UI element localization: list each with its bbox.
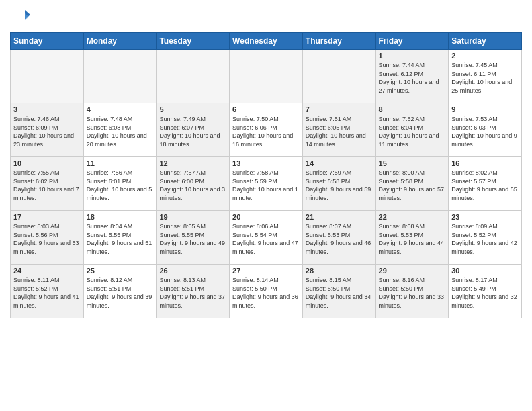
day-number: 3 — [13, 105, 81, 113]
calendar-cell: 24Sunrise: 8:11 AM Sunset: 5:52 PM Dayli… — [11, 265, 84, 318]
calendar-table: SundayMondayTuesdayWednesdayThursdayFrid… — [10, 32, 522, 318]
day-info: Sunrise: 8:15 AM Sunset: 5:50 PM Dayligh… — [306, 276, 373, 310]
calendar-cell: 29Sunrise: 8:16 AM Sunset: 5:50 PM Dayli… — [375, 265, 449, 318]
day-number: 29 — [379, 267, 446, 275]
day-info: Sunrise: 7:51 AM Sunset: 6:05 PM Dayligh… — [306, 115, 373, 148]
calendar-cell: 2Sunrise: 7:45 AM Sunset: 6:11 PM Daylig… — [449, 50, 522, 103]
weekday-sunday: Sunday — [11, 33, 84, 50]
day-info: Sunrise: 7:49 AM Sunset: 6:07 PM Dayligh… — [159, 115, 226, 148]
day-number: 20 — [232, 213, 300, 221]
day-info: Sunrise: 7:50 AM Sunset: 6:06 PM Dayligh… — [232, 115, 300, 148]
weekday-wednesday: Wednesday — [230, 33, 303, 50]
day-info: Sunrise: 7:52 AM Sunset: 6:04 PM Dayligh… — [379, 115, 446, 148]
day-info: Sunrise: 7:48 AM Sunset: 6:08 PM Dayligh… — [87, 115, 154, 148]
day-number: 17 — [13, 213, 81, 221]
day-number: 4 — [87, 105, 154, 113]
day-number: 24 — [13, 267, 81, 275]
day-number: 16 — [451, 159, 519, 167]
calendar-cell: 22Sunrise: 8:08 AM Sunset: 5:53 PM Dayli… — [375, 211, 449, 265]
day-info: Sunrise: 7:53 AM Sunset: 6:03 PM Dayligh… — [451, 115, 519, 148]
day-number: 21 — [306, 213, 373, 221]
day-info: Sunrise: 7:55 AM Sunset: 6:02 PM Dayligh… — [13, 169, 81, 202]
calendar-cell — [157, 50, 230, 103]
day-info: Sunrise: 7:57 AM Sunset: 6:00 PM Dayligh… — [159, 169, 226, 202]
calendar-cell: 6Sunrise: 7:50 AM Sunset: 6:06 PM Daylig… — [230, 103, 303, 157]
day-info: Sunrise: 8:07 AM Sunset: 5:53 PM Dayligh… — [306, 222, 373, 256]
day-info: Sunrise: 8:04 AM Sunset: 5:55 PM Dayligh… — [87, 222, 154, 256]
day-info: Sunrise: 7:44 AM Sunset: 6:12 PM Dayligh… — [379, 61, 446, 95]
calendar-cell: 23Sunrise: 8:09 AM Sunset: 5:52 PM Dayli… — [449, 211, 522, 265]
day-info: Sunrise: 8:06 AM Sunset: 5:54 PM Dayligh… — [232, 222, 300, 256]
day-number: 25 — [87, 267, 154, 275]
calendar-cell: 5Sunrise: 7:49 AM Sunset: 6:07 PM Daylig… — [157, 103, 230, 157]
day-info: Sunrise: 8:17 AM Sunset: 5:49 PM Dayligh… — [451, 276, 519, 310]
logo — [10, 7, 33, 27]
calendar-cell: 17Sunrise: 8:03 AM Sunset: 5:56 PM Dayli… — [11, 211, 84, 265]
calendar-cell: 16Sunrise: 8:02 AM Sunset: 5:57 PM Dayli… — [449, 157, 522, 211]
calendar-cell: 8Sunrise: 7:52 AM Sunset: 6:04 PM Daylig… — [375, 103, 449, 157]
day-number: 27 — [232, 267, 300, 275]
calendar-cell: 10Sunrise: 7:55 AM Sunset: 6:02 PM Dayli… — [11, 157, 84, 211]
calendar-cell: 27Sunrise: 8:14 AM Sunset: 5:50 PM Dayli… — [230, 265, 303, 318]
day-number: 9 — [451, 105, 519, 113]
calendar-cell: 19Sunrise: 8:05 AM Sunset: 5:55 PM Dayli… — [157, 211, 230, 265]
day-info: Sunrise: 7:46 AM Sunset: 6:09 PM Dayligh… — [13, 115, 81, 148]
calendar-cell: 28Sunrise: 8:15 AM Sunset: 5:50 PM Dayli… — [302, 265, 375, 318]
day-number: 1 — [379, 52, 446, 60]
calendar-cell — [83, 50, 157, 103]
day-info: Sunrise: 8:13 AM Sunset: 5:51 PM Dayligh… — [159, 276, 226, 310]
day-number: 26 — [159, 267, 226, 275]
calendar-cell: 11Sunrise: 7:56 AM Sunset: 6:01 PM Dayli… — [83, 157, 157, 211]
calendar-cell: 13Sunrise: 7:58 AM Sunset: 5:59 PM Dayli… — [230, 157, 303, 211]
calendar-cell: 18Sunrise: 8:04 AM Sunset: 5:55 PM Dayli… — [83, 211, 157, 265]
calendar-cell: 25Sunrise: 8:12 AM Sunset: 5:51 PM Dayli… — [83, 265, 157, 318]
day-number: 2 — [451, 52, 519, 60]
calendar-cell: 1Sunrise: 7:44 AM Sunset: 6:12 PM Daylig… — [375, 50, 449, 103]
calendar-cell — [11, 50, 84, 103]
day-info: Sunrise: 7:45 AM Sunset: 6:11 PM Dayligh… — [451, 61, 519, 95]
weekday-monday: Monday — [83, 33, 157, 50]
calendar-cell: 30Sunrise: 8:17 AM Sunset: 5:49 PM Dayli… — [449, 265, 522, 318]
day-info: Sunrise: 8:11 AM Sunset: 5:52 PM Dayligh… — [13, 276, 81, 310]
weekday-header-row: SundayMondayTuesdayWednesdayThursdayFrid… — [11, 33, 522, 50]
weekday-thursday: Thursday — [302, 33, 375, 50]
day-number: 6 — [232, 105, 300, 113]
week-row-1: 1Sunrise: 7:44 AM Sunset: 6:12 PM Daylig… — [11, 50, 522, 103]
weekday-friday: Friday — [375, 33, 449, 50]
day-info: Sunrise: 8:12 AM Sunset: 5:51 PM Dayligh… — [87, 276, 154, 310]
main-container: SundayMondayTuesdayWednesdayThursdayFrid… — [0, 0, 532, 325]
calendar-cell: 21Sunrise: 8:07 AM Sunset: 5:53 PM Dayli… — [302, 211, 375, 265]
day-number: 8 — [379, 105, 446, 113]
day-number: 30 — [451, 267, 519, 275]
calendar-cell: 7Sunrise: 7:51 AM Sunset: 6:05 PM Daylig… — [302, 103, 375, 157]
logo-icon — [10, 7, 30, 27]
day-info: Sunrise: 8:02 AM Sunset: 5:57 PM Dayligh… — [451, 169, 519, 202]
day-number: 19 — [159, 213, 226, 221]
day-info: Sunrise: 7:56 AM Sunset: 6:01 PM Dayligh… — [87, 169, 154, 202]
calendar-cell — [230, 50, 303, 103]
day-info: Sunrise: 8:03 AM Sunset: 5:56 PM Dayligh… — [13, 222, 81, 256]
weekday-saturday: Saturday — [449, 33, 522, 50]
day-info: Sunrise: 8:08 AM Sunset: 5:53 PM Dayligh… — [379, 222, 446, 256]
day-info: Sunrise: 7:59 AM Sunset: 5:58 PM Dayligh… — [306, 169, 373, 202]
day-number: 28 — [306, 267, 373, 275]
week-row-3: 10Sunrise: 7:55 AM Sunset: 6:02 PM Dayli… — [11, 157, 522, 211]
day-info: Sunrise: 8:00 AM Sunset: 5:58 PM Dayligh… — [379, 169, 446, 202]
day-number: 7 — [306, 105, 373, 113]
week-row-5: 24Sunrise: 8:11 AM Sunset: 5:52 PM Dayli… — [11, 265, 522, 318]
day-number: 14 — [306, 159, 373, 167]
day-number: 13 — [232, 159, 300, 167]
calendar-cell: 3Sunrise: 7:46 AM Sunset: 6:09 PM Daylig… — [11, 103, 84, 157]
day-number: 12 — [159, 159, 226, 167]
day-number: 23 — [451, 213, 519, 221]
calendar-cell — [302, 50, 375, 103]
week-row-4: 17Sunrise: 8:03 AM Sunset: 5:56 PM Dayli… — [11, 211, 522, 265]
day-number: 18 — [87, 213, 154, 221]
day-number: 15 — [379, 159, 446, 167]
day-number: 5 — [159, 105, 226, 113]
day-number: 11 — [87, 159, 154, 167]
calendar-cell: 4Sunrise: 7:48 AM Sunset: 6:08 PM Daylig… — [83, 103, 157, 157]
day-info: Sunrise: 7:58 AM Sunset: 5:59 PM Dayligh… — [232, 169, 300, 202]
day-number: 10 — [13, 159, 81, 167]
calendar-cell: 20Sunrise: 8:06 AM Sunset: 5:54 PM Dayli… — [230, 211, 303, 265]
